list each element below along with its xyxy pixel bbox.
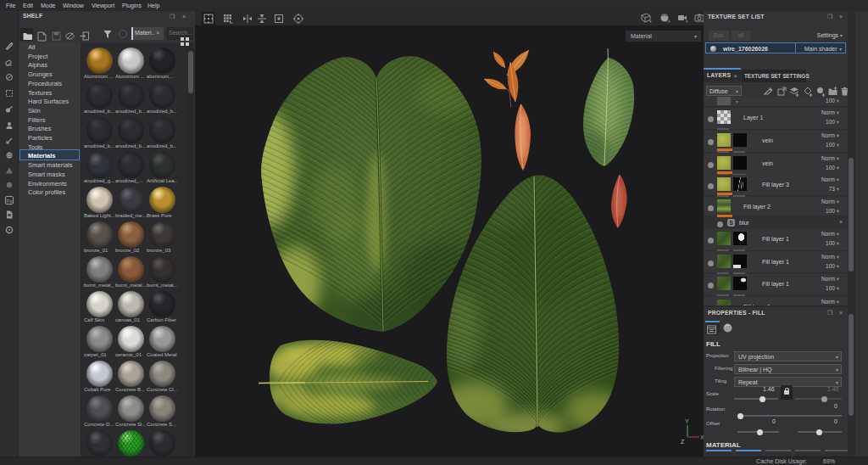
svg-text:Y: Y: [685, 418, 689, 424]
svg-text:Z: Z: [681, 439, 685, 445]
svg-text:Ps: Ps: [7, 199, 13, 204]
